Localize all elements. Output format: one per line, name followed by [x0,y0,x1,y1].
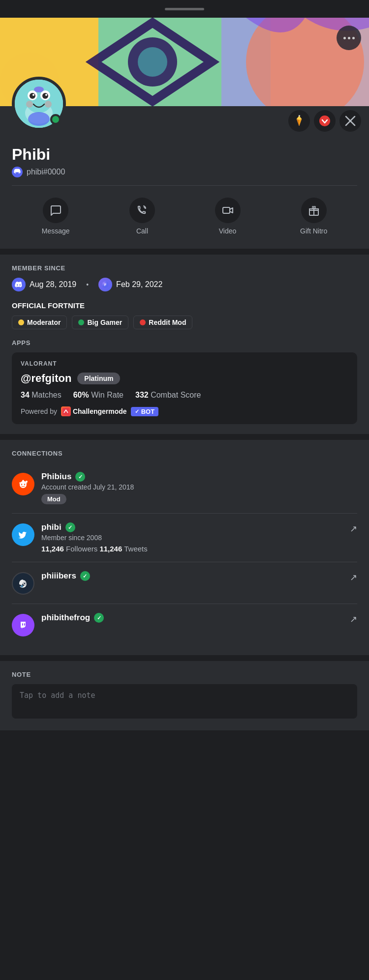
nitro-icon-button[interactable] [288,110,310,132]
profile-card: Phibi phibi#0000 Message [0,136,369,249]
svg-point-44 [22,480,24,482]
svg-point-46 [17,577,30,590]
valorant-stats-row: 34 Matches 60% Win Rate 332 Combat Score [21,391,348,400]
bot-label: BOT [141,408,154,415]
svg-rect-50 [22,623,23,626]
twitter-sub: Member since 2008 [41,534,357,542]
valorant-combat-score: 332 Combat Score [135,391,201,400]
svg-point-6 [138,47,167,77]
reddit-verified: ✓ [75,472,85,482]
member-since-label: MEMBER SINCE [12,264,357,272]
powered-by-text: Powered by [21,407,57,415]
avatar-wrapper [12,77,66,131]
message-label: Message [42,227,70,235]
valorant-rank: Platinum [77,373,120,384]
profile-name: Phibi [12,145,357,164]
server-date: Feb 29, 2022 [116,280,162,289]
svg-point-15 [32,94,34,96]
role-big-gamer: Big Gamer [72,316,128,329]
connection-steam: phiiibers ✓ ↗ [12,562,357,604]
profile-action-icons [288,110,361,132]
svg-point-19 [34,86,44,92]
reddit-info: Phibius ✓ Account created July 21, 2018 … [41,472,357,504]
note-label: NOTE [12,671,357,678]
svg-rect-37 [62,408,69,415]
apps-label: APPS [12,339,357,346]
gift-icon [301,198,327,223]
divider-1 [12,185,357,186]
svg-point-14 [42,93,48,99]
message-action[interactable]: Message [42,198,70,235]
reddit-icon [12,473,34,495]
video-action[interactable]: Video [215,198,241,235]
bullet-separator: • [86,281,89,288]
twitter-icon [12,523,34,546]
role-dot-reddit-mod [140,319,146,325]
twitter-name-row: phibi ✓ [41,522,357,532]
twitch-username: phibithefrog [41,613,90,623]
note-input[interactable] [12,684,357,719]
role-moderator: Moderator [12,316,67,329]
twitter-username: phibi [41,522,62,532]
role-label-big-gamer: Big Gamer [87,318,122,326]
svg-point-18 [45,101,52,108]
connection-twitter: phibi ✓ Member since 2008 11,246 Followe… [12,514,357,562]
twitch-icon [12,614,34,636]
tools-icon-button[interactable] [339,110,361,132]
video-label: Video [219,227,237,235]
role-label-reddit-mod: Reddit Mod [149,318,186,326]
connections-label: CONNECTIONS [12,450,357,457]
discord-join-date: Aug 28, 2019 [12,278,76,291]
call-action[interactable]: Call [129,198,155,235]
online-indicator [50,114,61,125]
valorant-winrate: 60% Win Rate [73,391,123,400]
svg-point-40 [21,484,22,485]
status-bar [0,0,369,18]
challenger-name: Challengermode [73,407,127,415]
status-pill [165,8,204,10]
twitter-verified: ✓ [65,522,75,532]
bot-check-icon: ✓ [135,408,139,415]
svg-point-16 [45,94,47,96]
twitch-external-link[interactable]: ↗ [350,614,357,625]
steam-external-link[interactable]: ↗ [350,572,357,583]
avatar-area [0,106,369,136]
svg-line-31 [350,120,355,125]
apps-section: APPS VALORANT @refgiton Platinum 34 Matc… [12,339,357,424]
server-join-date: F Feb 29, 2022 [98,278,162,291]
twitter-external-link[interactable]: ↗ [350,523,357,534]
connection-twitch: phibithefrog ✓ ↗ [12,604,357,645]
svg-rect-51 [24,623,25,626]
svg-point-13 [30,93,35,99]
profile-tag-row: phibi#0000 [12,167,357,177]
downvote-icon-button[interactable] [314,110,336,132]
discord-icon [12,278,26,291]
svg-point-27 [319,115,330,126]
connections-section: CONNECTIONS Phibiu [0,440,369,655]
challenger-logo: Challengermode [61,406,127,416]
server-icon: F [98,278,112,291]
roles-row: Moderator Big Gamer Reddit Mod [12,316,357,329]
twitter-info: phibi ✓ Member since 2008 11,246 Followe… [41,522,357,553]
call-label: Call [136,227,148,235]
steam-verified: ✓ [80,571,90,581]
valorant-username: @refgiton [21,372,71,385]
steam-username: phiiibers [41,571,76,581]
valorant-matches: 34 Matches [21,391,62,400]
gift-action[interactable]: Gift Nitro [300,198,327,235]
reddit-mod-badge: Mod [41,494,66,504]
reddit-sub: Account created July 21, 2018 [41,483,357,491]
svg-line-26 [300,115,300,117]
video-icon [215,198,241,223]
quick-actions: Message Call Video [12,194,357,237]
challenger-icon [61,406,71,416]
twitch-info: phibithefrog ✓ [41,613,357,624]
member-since-row: Aug 28, 2019 • F Feb 29, 2022 [12,278,357,291]
twitch-name-row: phibithefrog ✓ [41,613,357,623]
twitter-stats: 11,246 Followers 11,246 Tweets [41,545,357,553]
server-name: OFFICIAL FORTNITE [12,301,357,310]
note-section: NOTE [0,661,369,730]
more-options-button[interactable] [337,26,361,50]
gift-label: Gift Nitro [300,227,327,235]
role-dot-moderator [18,319,24,325]
